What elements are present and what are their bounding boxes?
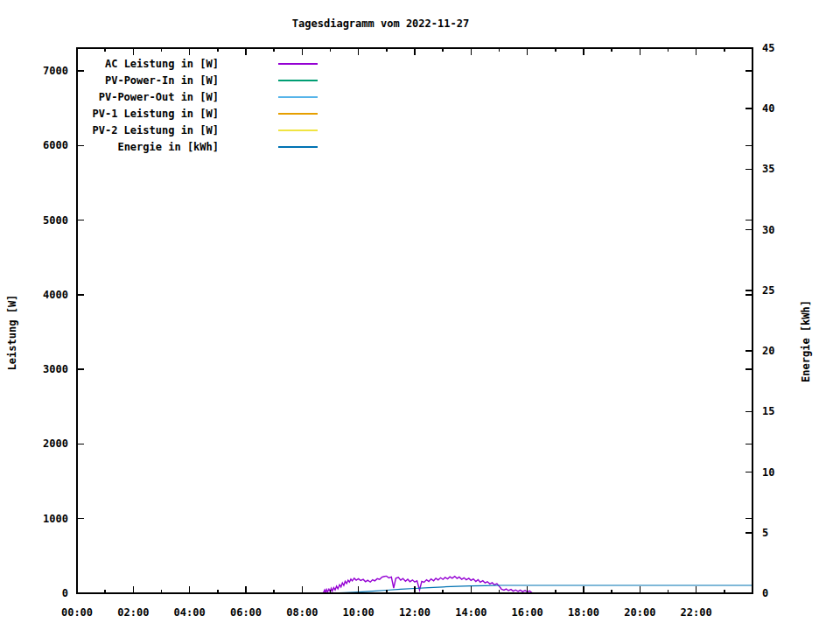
y2-tick-label: 35 (762, 163, 774, 175)
legend-label: PV-Power-In in [W] (79, 74, 219, 87)
legend-label: PV-1 Leistung in [W] (79, 108, 219, 120)
legend-line-sample (278, 113, 318, 115)
x-tick-label: 12:00 (399, 606, 430, 619)
legend-line-sample (278, 80, 318, 81)
x-tick-label: 20:00 (624, 606, 655, 619)
legend-item-energie: Energie in [kWh] (79, 138, 318, 155)
x-tick-label: 04:00 (174, 606, 206, 619)
y2-tick-label: 40 (762, 102, 774, 115)
legend-label: PV-2 Leistung in [W] (79, 124, 219, 136)
y2-tick-label: 10 (762, 466, 774, 479)
legend-item-pv-power-in: PV-Power-In in [W] (79, 72, 318, 88)
y1-tick-label: 2000 (43, 438, 68, 450)
y2-tick-label: 20 (762, 345, 774, 357)
tagesdiagramm-chart: 00:0002:0004:0006:0008:0010:0012:0014:00… (0, 0, 840, 630)
y1-tick-label: 0 (62, 587, 68, 599)
y2-tick-label: 15 (762, 405, 774, 417)
legend-item-pv2-leistung: PV-2 Leistung in [W] (79, 122, 318, 138)
x-tick-label: 00:00 (61, 606, 93, 619)
y1-tick-label: 4000 (43, 289, 68, 301)
x-tick-label: 06:00 (230, 606, 262, 619)
legend-line-sample (278, 96, 318, 98)
series-line-ac (324, 576, 533, 592)
y1-tick-label: 1000 (43, 513, 68, 525)
x-tick-label: 16:00 (512, 606, 543, 619)
y2-tick-label: 5 (762, 527, 768, 539)
legend: AC Leistung in [W] PV-Power-In in [W] PV… (79, 55, 318, 155)
legend-line-sample (278, 146, 318, 148)
y2-tick-label: 25 (762, 284, 774, 297)
legend-label: Energie in [kWh] (79, 141, 219, 153)
x-tick-label: 18:00 (568, 606, 599, 619)
y1-axis-label: Leistung [W] (6, 295, 18, 371)
chart-title: Tagesdiagramm vom 2022-11-27 (0, 18, 761, 30)
legend-line-sample (278, 63, 318, 65)
y2-axis-label: Energie [kWh] (800, 300, 812, 382)
x-tick-label: 22:00 (681, 606, 712, 619)
legend-label: AC Leistung in [W] (79, 58, 219, 70)
legend-line-sample (278, 130, 318, 131)
x-tick-label: 10:00 (343, 606, 374, 619)
y1-tick-label: 6000 (43, 139, 68, 151)
y1-tick-label: 3000 (43, 363, 68, 375)
x-tick-label: 14:00 (455, 606, 486, 619)
legend-item-ac-leistung: AC Leistung in [W] (79, 55, 318, 72)
y2-tick-label: 45 (762, 42, 774, 54)
x-tick-label: 08:00 (286, 606, 318, 619)
legend-item-pv-power-out: PV-Power-Out in [W] (79, 88, 318, 105)
y1-tick-label: 7000 (43, 65, 68, 77)
legend-item-pv1-leistung: PV-1 Leistung in [W] (79, 105, 318, 122)
y2-tick-label: 0 (762, 587, 768, 599)
y2-tick-label: 30 (762, 224, 774, 236)
legend-label: PV-Power-Out in [W] (79, 91, 219, 103)
y1-tick-label: 5000 (43, 214, 68, 227)
x-tick-label: 02:00 (117, 606, 149, 619)
